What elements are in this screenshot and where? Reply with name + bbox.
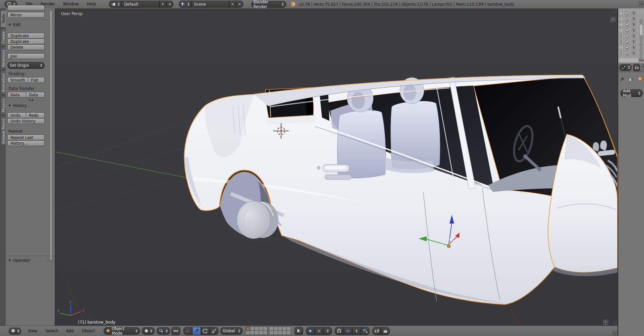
undo-history-button[interactable]: Undo History xyxy=(7,118,45,124)
restrict-render-icon[interactable] xyxy=(632,22,636,27)
restrict-select-icon[interactable] xyxy=(626,34,629,38)
layer-toggle[interactable] xyxy=(286,331,291,335)
menu-window[interactable]: Window xyxy=(59,0,83,8)
restrict-select-icon[interactable] xyxy=(626,17,629,21)
toolshelf-tab-tools[interactable]: Tools xyxy=(0,10,6,28)
eye-closed-icon[interactable] xyxy=(619,22,623,27)
restrict-render-icon[interactable] xyxy=(632,17,636,21)
pin-icon[interactable] xyxy=(620,77,625,82)
toolshelf-tab-animation[interactable]: Animation xyxy=(0,70,6,95)
history-button[interactable]: History... xyxy=(7,140,45,146)
screen-layout-name-field[interactable]: Default xyxy=(121,1,159,8)
redo-button[interactable]: Redo xyxy=(26,112,45,118)
undo-button[interactable]: Undo xyxy=(7,112,26,118)
layer-toggle[interactable] xyxy=(263,331,268,335)
snap-element-dropdown[interactable] xyxy=(343,327,352,335)
manipulate-center-points-toggle[interactable] xyxy=(171,327,180,335)
translate-manipulator-toggle[interactable] xyxy=(192,327,201,335)
delete-layout-button[interactable]: × xyxy=(166,1,173,8)
falloff-arrows[interactable] xyxy=(323,327,332,335)
restrict-render-icon[interactable] xyxy=(632,11,636,15)
history-panel-header[interactable]: History xyxy=(8,103,52,108)
editor-type-dropdown-properties[interactable] xyxy=(620,64,632,71)
viewport-3d[interactable]: User Persp (71) barstow_body z x y + + xyxy=(55,8,618,326)
data-transfer-button[interactable]: Data xyxy=(7,92,26,98)
add-scene-button[interactable]: + xyxy=(229,1,236,8)
expand-region-button[interactable]: + xyxy=(603,320,608,325)
shade-smooth-button[interactable]: Smooth xyxy=(7,77,28,83)
opengl-render-still-button[interactable] xyxy=(372,327,381,335)
restrict-render-icon[interactable] xyxy=(632,51,636,55)
edit-panel-header[interactable]: Edit xyxy=(8,22,52,27)
toolshelf-tab-create[interactable]: Create xyxy=(0,29,6,46)
layers-widget-group1[interactable] xyxy=(246,327,268,335)
eye-closed-icon[interactable] xyxy=(619,45,623,50)
restrict-select-icon[interactable] xyxy=(626,40,629,44)
shade-flat-button[interactable]: Flat xyxy=(28,77,45,83)
eye-closed-icon[interactable] xyxy=(619,17,623,21)
restrict-select-icon[interactable] xyxy=(626,22,629,27)
outliner-hscrollbar[interactable] xyxy=(619,58,638,62)
lock-to-scene-toggle[interactable] xyxy=(294,327,303,335)
eye-open-icon[interactable] xyxy=(619,34,623,38)
outliner-row[interactable] xyxy=(618,10,644,16)
editor-type-dropdown-3dview[interactable] xyxy=(9,328,21,335)
menu-help[interactable]: Help xyxy=(83,0,100,8)
falloff-curve-dropdown[interactable]: ∩ xyxy=(315,327,323,335)
partial-button-top[interactable] xyxy=(7,5,45,10)
toolshelf-tab-relations[interactable]: Relations xyxy=(0,47,6,69)
outliner-vscrollbar[interactable] xyxy=(640,18,643,61)
restrict-render-icon[interactable] xyxy=(632,40,636,44)
restrict-select-icon[interactable] xyxy=(626,28,629,33)
mirror-button[interactable]: Mirror xyxy=(7,12,45,18)
data-layout-transfer-button[interactable]: Data La xyxy=(26,92,45,98)
snap-toggle[interactable] xyxy=(335,327,343,335)
scale-manipulator-toggle[interactable] xyxy=(210,327,218,335)
join-button[interactable]: Join xyxy=(7,53,45,59)
panel-drag-dots-icon[interactable] xyxy=(47,259,52,262)
header-resize-grip[interactable] xyxy=(639,1,643,6)
outliner-panel[interactable]: bars xyxy=(618,8,644,63)
delete-button[interactable]: Delete xyxy=(7,44,45,50)
proportional-edit-dropdown[interactable] xyxy=(306,327,315,335)
viewport-corner-grip[interactable] xyxy=(612,321,617,325)
viewport-shading-dropdown[interactable] xyxy=(142,327,155,335)
delete-scene-button[interactable]: × xyxy=(236,1,243,8)
snap-arrows[interactable] xyxy=(352,327,361,335)
snap-target-button[interactable] xyxy=(361,327,370,335)
eye-closed-icon[interactable] xyxy=(619,28,623,33)
layer-toggle[interactable] xyxy=(269,331,274,335)
repeat-last-button[interactable]: Repeat Last xyxy=(7,135,45,140)
restrict-render-icon[interactable] xyxy=(632,34,636,38)
restrict-render-icon[interactable] xyxy=(632,45,636,49)
header-corner-grip[interactable] xyxy=(612,331,617,335)
restrict-select-icon[interactable] xyxy=(626,45,629,50)
layer-toggle[interactable] xyxy=(246,331,250,335)
transform-orientation-dropdown[interactable]: Global xyxy=(220,327,243,335)
eye-open-icon[interactable] xyxy=(619,40,623,44)
tab-render[interactable] xyxy=(633,64,640,71)
layer-toggle[interactable] xyxy=(273,331,278,335)
car-model[interactable] xyxy=(184,75,618,304)
set-origin-dropdown[interactable]: Set Origin xyxy=(7,62,45,69)
viewport-menu-object[interactable]: Object xyxy=(78,327,99,335)
add-modifier-dropdown[interactable]: Add Mod xyxy=(621,89,643,97)
layer-toggle[interactable] xyxy=(278,331,282,335)
toolshelf-scrollbar[interactable] xyxy=(50,10,53,260)
toolshelf-tab-physics[interactable]: Physics xyxy=(0,96,6,115)
restrict-render-icon[interactable] xyxy=(632,28,636,32)
add-layout-button[interactable]: + xyxy=(159,1,166,8)
duplicate-linked-button[interactable]: Duplicate Linked xyxy=(7,39,45,44)
layer-toggle[interactable] xyxy=(282,331,287,335)
properties-corner-grip[interactable] xyxy=(642,63,644,67)
rotate-manipulator-toggle[interactable] xyxy=(201,327,210,335)
scene-dropdown[interactable] xyxy=(179,1,191,8)
layers-widget-group2[interactable] xyxy=(269,327,291,335)
viewport-corner-grip[interactable] xyxy=(612,9,617,14)
duplicate-button[interactable]: Duplicate xyxy=(7,33,45,39)
layer-toggle[interactable] xyxy=(259,331,263,335)
layer-toggle[interactable] xyxy=(254,331,259,335)
operator-panel-header[interactable]: Operator xyxy=(8,258,53,263)
viewport-menu-add[interactable]: Add xyxy=(62,327,78,335)
opengl-render-anim-button[interactable] xyxy=(381,327,390,335)
